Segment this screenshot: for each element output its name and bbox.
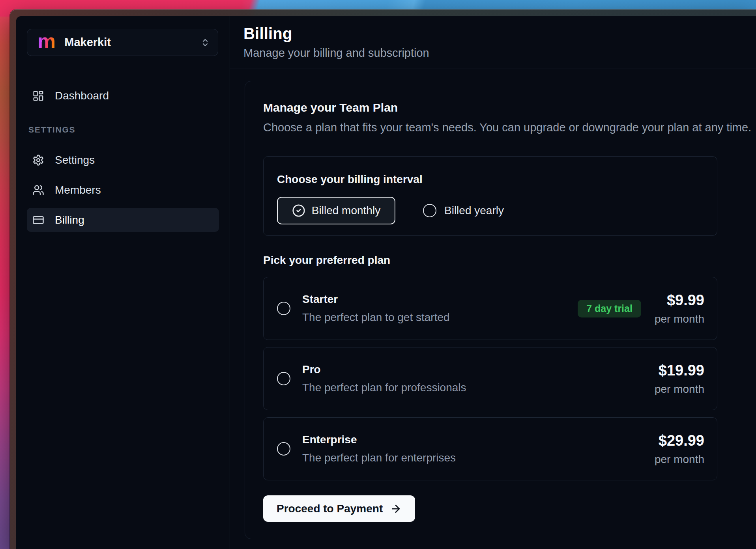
billed-yearly-option[interactable]: Billed yearly xyxy=(423,204,504,217)
trial-badge: 7 day trial xyxy=(578,300,641,317)
dashboard-icon xyxy=(32,90,44,102)
sidebar-item-billing[interactable]: Billing xyxy=(27,208,219,232)
sidebar-item-label: Dashboard xyxy=(55,90,109,102)
sidebar-item-dashboard[interactable]: Dashboard xyxy=(27,84,219,108)
team-selector[interactable]: m Makerkit xyxy=(27,29,218,56)
makerkit-logo: m xyxy=(37,31,56,51)
users-icon xyxy=(32,184,44,196)
sidebar-nav: Dashboard SETTINGS Settings Members xyxy=(27,84,219,232)
proceed-to-payment-button[interactable]: Proceed to Payment xyxy=(263,495,415,522)
price-block: $19.99 per month xyxy=(655,362,704,396)
team-plan-card: Manage your Team Plan Choose a plan that… xyxy=(245,81,756,539)
page-header: Billing Manage your billing and subscrip… xyxy=(230,16,756,69)
page-subtitle: Manage your billing and subscription xyxy=(243,47,756,60)
plan-period: per month xyxy=(655,313,704,325)
plan-list: Starter The perfect plan to get started … xyxy=(263,277,717,480)
billed-yearly-label: Billed yearly xyxy=(444,204,504,217)
plan-price-area: 7 day trial $9.99 per month xyxy=(578,292,704,325)
main-content: Billing Manage your billing and subscrip… xyxy=(230,16,756,549)
sidebar-item-members[interactable]: Members xyxy=(27,178,219,202)
radio-unchecked-icon[interactable] xyxy=(277,372,290,385)
plan-price: $9.99 xyxy=(655,292,704,309)
plan-period: per month xyxy=(655,453,704,466)
sidebar-section-settings: SETTINGS xyxy=(28,125,219,134)
chevrons-up-down-icon xyxy=(200,38,210,47)
card-title: Manage your Team Plan xyxy=(263,101,756,114)
plan-name: Pro xyxy=(302,363,466,376)
sidebar-item-label: Members xyxy=(55,184,101,196)
billed-monthly-option[interactable]: Billed monthly xyxy=(277,197,395,224)
plan-price: $29.99 xyxy=(655,432,704,449)
billed-monthly-label: Billed monthly xyxy=(312,204,380,217)
plan-price-area: $29.99 per month xyxy=(655,432,704,466)
app-content: m Makerkit Dashboard SETTINGS xyxy=(16,16,756,549)
billing-interval-box: Choose your billing interval Billed mont… xyxy=(263,156,717,236)
page-title: Billing xyxy=(243,25,756,43)
sidebar-item-settings[interactable]: Settings xyxy=(27,148,219,172)
plan-text: Pro The perfect plan for professionals xyxy=(302,363,466,394)
plans-label: Pick your preferred plan xyxy=(263,254,756,267)
proceed-label: Proceed to Payment xyxy=(277,502,383,515)
plan-row-pro[interactable]: Pro The perfect plan for professionals $… xyxy=(263,347,717,410)
plan-description: The perfect plan for professionals xyxy=(302,381,466,394)
sidebar-item-label: Billing xyxy=(55,214,84,226)
sidebar-item-label: Settings xyxy=(55,154,95,166)
plan-description: The perfect plan for enterprises xyxy=(302,452,456,464)
plan-description: The perfect plan to get started xyxy=(302,311,450,324)
plan-text: Enterprise The perfect plan for enterpri… xyxy=(302,433,456,464)
plan-row-starter[interactable]: Starter The perfect plan to get started … xyxy=(263,277,717,340)
gear-icon xyxy=(32,154,44,166)
credit-card-icon xyxy=(32,214,44,226)
billing-interval-title: Choose your billing interval xyxy=(277,173,704,186)
price-block: $29.99 per month xyxy=(655,432,704,466)
plan-period: per month xyxy=(655,383,704,396)
plan-row-enterprise[interactable]: Enterprise The perfect plan for enterpri… xyxy=(263,417,717,480)
billing-interval-options: Billed monthly Billed yearly xyxy=(277,197,704,224)
check-circle-icon xyxy=(292,204,305,217)
app-window: m Makerkit Dashboard SETTINGS xyxy=(10,9,756,549)
card-description: Choose a plan that fits your team's need… xyxy=(263,121,756,134)
plan-name: Starter xyxy=(302,293,450,306)
plan-text: Starter The perfect plan to get started xyxy=(302,293,450,324)
team-name: Makerkit xyxy=(64,36,111,49)
plan-name: Enterprise xyxy=(302,433,456,446)
price-block: $9.99 per month xyxy=(655,292,704,325)
plan-price: $19.99 xyxy=(655,362,704,379)
sidebar: m Makerkit Dashboard SETTINGS xyxy=(16,16,230,549)
radio-unchecked-icon[interactable] xyxy=(277,302,290,315)
radio-unchecked-icon[interactable] xyxy=(277,442,290,456)
plan-price-area: $19.99 per month xyxy=(655,362,704,396)
arrow-right-icon xyxy=(390,503,402,515)
radio-unchecked-icon xyxy=(423,204,436,217)
